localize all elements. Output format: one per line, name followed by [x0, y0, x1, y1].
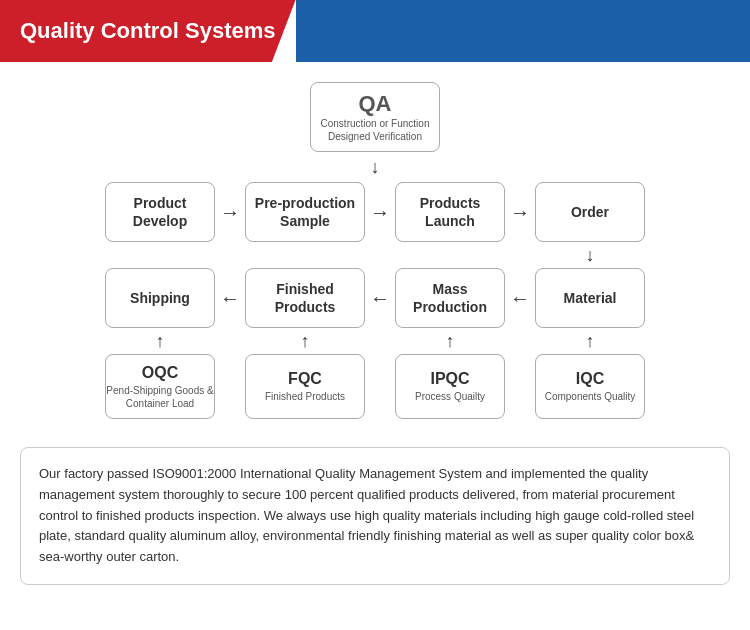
box-shipping: Shipping [105, 268, 215, 328]
oqc-title: OQC [142, 364, 178, 382]
box-pre-production: Pre-productionSample [245, 182, 365, 242]
arrow-r2-2: ← [365, 287, 395, 310]
description-text: Our factory passed ISO9001:2000 Internat… [39, 466, 694, 564]
header: Quality Control Systems [0, 0, 750, 62]
arrow-ipqc-up: ↑ [395, 332, 505, 350]
diagram-area: QA Construction or Function Designed Ver… [0, 62, 750, 429]
box-ipqc: IPQC Process Quailty [395, 354, 505, 419]
ipqc-sub: Process Quailty [415, 390, 485, 403]
box-mass-production: MassProduction [395, 268, 505, 328]
box-finished-products: FinishedProducts [245, 268, 365, 328]
oqc-sub: Pend-Shipping Goods &Container Load [106, 384, 213, 410]
arrow-qa-down: ↓ [371, 156, 380, 178]
arrow-fqc-up: ↑ [245, 332, 365, 350]
iqc-title: IQC [576, 370, 604, 388]
arrow-r1-2: → [365, 201, 395, 224]
box-fqc: FQC Finished Products [245, 354, 365, 419]
fqc-sub: Finished Products [265, 390, 345, 403]
qc-up-arrows: ↑ ↑ ↑ ↑ [30, 332, 720, 350]
iqc-sub: Components Quality [545, 390, 636, 403]
header-red-bg: Quality Control Systems [0, 0, 296, 62]
box-product-develop: ProductDevelop [105, 182, 215, 242]
description-box: Our factory passed ISO9001:2000 Internat… [20, 447, 730, 585]
flow-row-1: ProductDevelop → Pre-productionSample → … [30, 182, 720, 242]
qa-subtitle: Construction or Function Designed Verifi… [317, 117, 433, 143]
page-title: Quality Control Systems [20, 18, 276, 44]
box-products-launch: ProductsLaunch [395, 182, 505, 242]
qc-row: OQC Pend-Shipping Goods &Container Load … [30, 354, 720, 419]
box-iqc: IQC Components Quality [535, 354, 645, 419]
arrow-r2-1: ← [215, 287, 245, 310]
qa-box: QA Construction or Function Designed Ver… [310, 82, 440, 152]
arrow-iqc-up: ↑ [535, 332, 645, 350]
flow-row-2: Shipping ← FinishedProducts ← MassProduc… [30, 268, 720, 328]
ipqc-title: IPQC [430, 370, 469, 388]
box-material: Material [535, 268, 645, 328]
qa-title: QA [359, 91, 392, 117]
arrow-r1-3: → [505, 201, 535, 224]
between-row-arrows: ↓ [30, 246, 720, 264]
arrow-oqc-up: ↑ [105, 332, 215, 350]
arrow-r2-3: ← [505, 287, 535, 310]
header-blue-bg [296, 0, 750, 62]
arrow-r1-1: → [215, 201, 245, 224]
fqc-title: FQC [288, 370, 322, 388]
arrow-order-down: ↓ [535, 246, 645, 264]
box-oqc: OQC Pend-Shipping Goods &Container Load [105, 354, 215, 419]
box-order: Order [535, 182, 645, 242]
